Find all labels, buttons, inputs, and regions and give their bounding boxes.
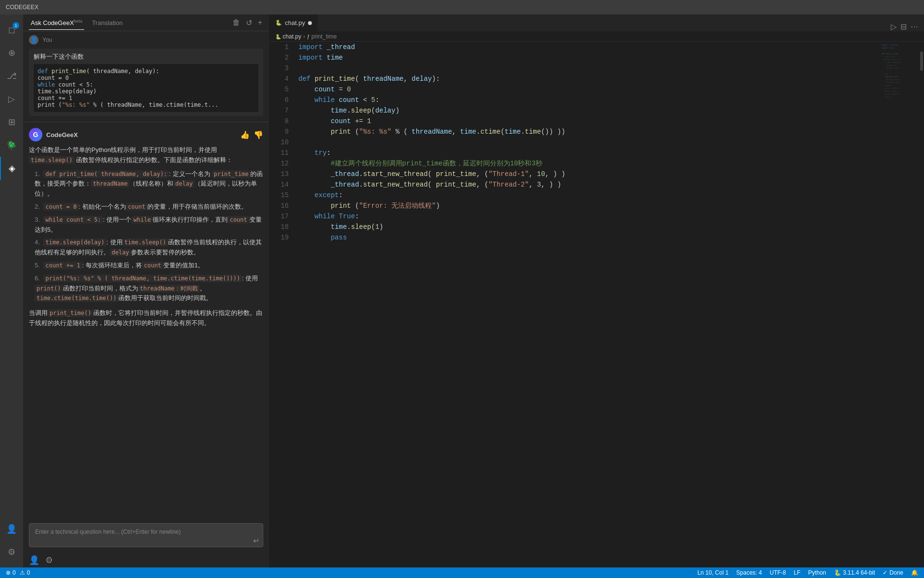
status-spaces[interactable]: Spaces: 4 [736, 569, 762, 576]
sidebar: Ask CodeGeeXbeta Translation 🗑 ↺ + 👤 You… [23, 14, 270, 567]
response-conclusion: 当调用print_time()函数时，它将打印当前时间，并暂停线程执行指定的秒数… [29, 308, 263, 328]
source-control-icon: ⎇ [7, 71, 17, 81]
response-intro: 这个函数是一个简单的Python线程示例，用于打印当前时间，并使用 time.s… [29, 145, 263, 165]
list-item: print("%s: %s" % ( threadName, time.ctim… [33, 274, 263, 303]
code-line-12: #建立两个线程分别调用print_time函数，延迟时间分别为10秒和3秒 [298, 158, 881, 169]
done-text: Done [889, 569, 903, 576]
tab-actions: ▷ ⊟ ⋯ [885, 22, 924, 31]
user-account-icon[interactable]: 👤 [29, 555, 39, 565]
list-item: count = 0: 初始化一个名为count的变量，用于存储当前循环的次数。 [33, 202, 263, 212]
encoding-text: UTF-8 [770, 569, 786, 576]
status-bar-left: ⊗ 0 ⚠ 0 [6, 569, 30, 576]
code-line-7: time.sleep(delay) [298, 105, 881, 116]
status-errors[interactable]: ⊗ 0 [6, 569, 16, 576]
code-line-6: while count < 5: [298, 95, 881, 105]
tab-translation[interactable]: Translation [90, 16, 125, 29]
sidebar-settings-icon[interactable]: ⚙ [45, 555, 53, 565]
code-line-17: while True: [298, 211, 881, 222]
user-avatar-icon: 👤 [30, 37, 38, 43]
code-line-19: pass [298, 232, 881, 243]
list-item: time.sleep(delay): 使用time.sleep()函数暂停当前线… [33, 238, 263, 258]
code-editor[interactable]: 1 2 3 4 5 6 7 8 9 10 11 12 13 14 15 16 1… [270, 42, 924, 567]
thumbs-up-button[interactable]: 👍 [240, 130, 250, 139]
list-item: while count < 5:: 使用一个while循环来执行打印操作，直到c… [33, 215, 263, 235]
refresh-button[interactable]: ↺ [245, 17, 253, 28]
status-position[interactable]: Ln 10, Col 1 [697, 569, 729, 576]
send-button[interactable]: ↵ [253, 536, 259, 545]
user-code-snippet: def print_time( threadName, delay): coun… [34, 64, 258, 112]
status-language[interactable]: Python [808, 569, 826, 576]
thumbs-down-button[interactable]: 👎 [254, 130, 263, 139]
tab-modified-indicator [308, 21, 312, 25]
run-icon: ▷ [8, 94, 15, 104]
split-editor-button[interactable]: ⊟ [900, 22, 907, 31]
more-actions-button[interactable]: ⋯ [911, 22, 918, 31]
editor-tab-chat-py[interactable]: 🐍 chat.py [270, 14, 318, 31]
user-avatar: 👤 [29, 35, 38, 45]
status-encoding[interactable]: UTF-8 [770, 569, 786, 576]
editor-area: 🐍 chat.py ▷ ⊟ ⋯ 🐍 chat.py › ƒ print_time [270, 14, 924, 567]
list-item: def print_time( threadName, delay):: 定义一… [33, 169, 263, 199]
activity-icon-codegex[interactable]: ◈ [0, 157, 23, 180]
code-line-2: import time [298, 52, 881, 63]
check-icon: ✓ [883, 569, 887, 576]
activity-icon-source-control[interactable]: ⎇ [0, 64, 23, 88]
line-ending-text: LF [794, 569, 800, 576]
codegex-avatar: G [29, 128, 42, 141]
activity-icon-extensions2[interactable]: ⊞ [0, 111, 23, 134]
user-question-box: 解释一下这个函数 def print_time( threadName, del… [29, 49, 263, 116]
activity-icon-search[interactable]: ⊕ [0, 41, 23, 64]
status-version[interactable]: 🐍 3.11.4 64-bit [834, 569, 875, 576]
code-line-13: _thread.start_new_thread( print_time, ("… [298, 169, 881, 179]
add-button[interactable]: + [257, 17, 263, 28]
code-line-5: count = 0 [298, 84, 881, 95]
activity-icon-account[interactable]: 👤 [0, 517, 23, 540]
chat-input[interactable] [29, 523, 263, 547]
status-warnings[interactable]: ⚠ 0 [20, 569, 30, 576]
app-title: CODEGEEX [6, 4, 38, 11]
activity-icon-settings[interactable]: ⚙ [0, 540, 23, 564]
extensions-badge: 1 [13, 22, 19, 29]
search-icon: ⊕ [8, 48, 15, 58]
activity-icon-debug[interactable]: 🪲 [0, 134, 23, 157]
error-count: 0 [13, 569, 16, 576]
status-bar: ⊗ 0 ⚠ 0 Ln 10, Col 1 Spaces: 4 UTF-8 LF … [0, 567, 924, 578]
run-split-button[interactable]: ▷ [891, 22, 897, 31]
breadcrumb-file: 🐍 chat.py [275, 33, 301, 40]
code-content: import _thread import time def print_tim… [294, 42, 881, 567]
account-icon: 👤 [6, 524, 17, 534]
bell-icon: 🔔 [911, 569, 918, 576]
code-line-1: import _thread [298, 42, 881, 52]
activity-icon-run[interactable]: ▷ [0, 88, 23, 111]
code-line-18: time.sleep(1) [298, 222, 881, 232]
version-text: 3.11.4 64-bit [843, 569, 875, 576]
tab-label: chat.py [285, 19, 305, 26]
editor-scrollbar-thumb [920, 51, 923, 71]
sidebar-actions: 🗑 ↺ + [231, 17, 263, 28]
sidebar-header: Ask CodeGeeXbeta Translation 🗑 ↺ + [23, 14, 269, 31]
warning-icon: ⚠ [20, 569, 25, 576]
file-icon: 🐍 [275, 20, 282, 26]
settings-icon: ⚙ [8, 547, 15, 557]
breadcrumb-func: ƒ print_time [307, 33, 337, 40]
divider [23, 122, 269, 122]
warning-count: 0 [27, 569, 30, 576]
delete-button[interactable]: 🗑 [231, 17, 241, 28]
code-line-11: try: [298, 148, 881, 158]
python-icon: 🐍 [834, 569, 841, 576]
editor-scrollbar[interactable] [919, 42, 924, 567]
line-numbers: 1 2 3 4 5 6 7 8 9 10 11 12 13 14 15 16 1… [270, 42, 294, 567]
code-line-14: _thread.start_new_thread( print_time, ("… [298, 179, 881, 190]
debug-icon: 🪲 [6, 140, 17, 151]
status-line-ending[interactable]: LF [794, 569, 800, 576]
response-content: 这个函数是一个简单的Python线程示例，用于打印当前时间，并使用 time.s… [23, 145, 269, 519]
tab-ask-codegex[interactable]: Ask CodeGeeXbeta [29, 16, 84, 29]
minimap: import _thread import time def print_tim… [881, 42, 919, 567]
activity-icon-extensions[interactable]: ◻ 1 [0, 18, 23, 41]
extensions2-icon: ⊞ [8, 117, 15, 127]
title-bar: CODEGEEX [0, 0, 924, 14]
input-wrapper: ↵ [29, 523, 263, 549]
status-done[interactable]: ✓ Done [883, 569, 903, 576]
status-notifications[interactable]: 🔔 [911, 569, 918, 576]
main-layout: ◻ 1 ⊕ ⎇ ▷ ⊞ 🪲 ◈ 👤 ⚙ [0, 14, 924, 567]
